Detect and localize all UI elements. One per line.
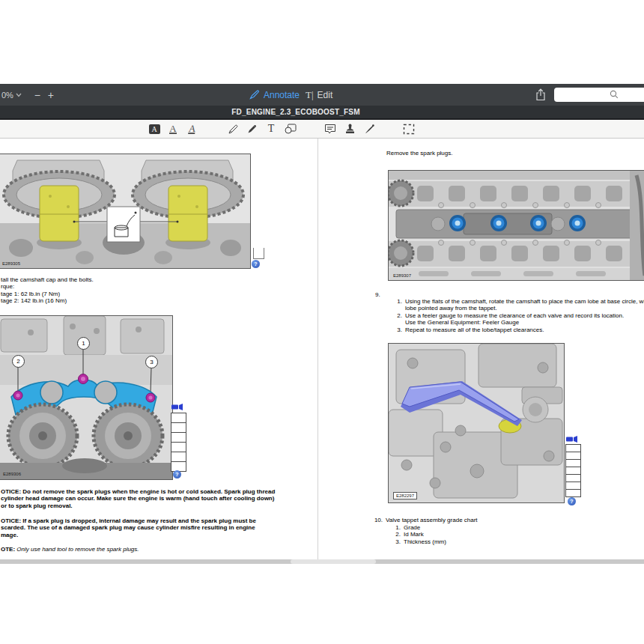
search-field[interactable]	[554, 88, 644, 102]
engine-camshaft-oil-illustration	[0, 154, 250, 268]
figure-camshaft-cap: 1 2 3 E289306	[0, 315, 173, 480]
table-cell	[171, 442, 186, 452]
highlight-tool-button[interactable]: A	[166, 122, 180, 136]
install-line: tage 2: 142 lb.in (16 Nm)	[1, 297, 94, 304]
note-tool-button[interactable]	[323, 122, 337, 136]
figure-label: E289305	[2, 261, 20, 266]
step10-number: 10.	[371, 517, 383, 523]
notice-hot-cold: OTICE: Do not remove the spark plugs whe…	[1, 488, 275, 509]
share-button[interactable]	[535, 88, 546, 104]
draw-tool-button[interactable]	[245, 122, 258, 136]
substep-number	[392, 319, 402, 326]
figure-camshaft-oil: E289305	[0, 154, 251, 269]
item-text: Thickness (mm)	[404, 538, 446, 545]
search-input[interactable]	[557, 88, 605, 103]
item-number: 1.	[391, 524, 401, 531]
notice-line: scarded. The use of a damaged spark plug…	[1, 524, 256, 531]
callout-3: 3	[145, 356, 158, 368]
item-number: 3.	[391, 538, 401, 545]
highlight-text-icon: A	[169, 124, 176, 134]
underline-text-icon: A	[188, 124, 196, 134]
annotation-toolbar: A A A T	[0, 120, 644, 139]
text-edit-icon: T|	[306, 89, 314, 101]
cylinder-head-top-illustration	[389, 171, 644, 280]
help-icon[interactable]: ?	[173, 470, 181, 479]
signature-pen-icon	[364, 124, 375, 135]
annotate-label: Annotate	[264, 90, 300, 100]
text-tool-button[interactable]: T	[264, 122, 278, 136]
underline-tool-button[interactable]: A	[186, 122, 199, 136]
notice-line: mage.	[1, 532, 256, 538]
table-cell	[171, 432, 186, 443]
horizontal-scrollbar-thumb[interactable]	[291, 559, 376, 564]
video-icon	[171, 404, 183, 410]
step10-title: Valve tappet assembly grade chart	[386, 517, 478, 523]
substep-text: Repeat to measure all of the lobe/tappet…	[405, 326, 544, 333]
notice-line: or to spark plug removal.	[1, 502, 275, 509]
selection-tool-button[interactable]	[402, 122, 416, 136]
substep-text: Use a feeler gauge to measure the cleara…	[405, 312, 624, 319]
item-number: 2.	[391, 531, 401, 538]
note-text: Only use hand tool to remove the spark p…	[15, 546, 139, 553]
annotate-tab[interactable]: Annotate	[249, 90, 300, 100]
substep-text: Use the General Equipment: Feeler Gauge	[405, 319, 519, 326]
empty-table-cells	[565, 445, 581, 497]
substep-number: 1.	[392, 298, 402, 305]
document-titlebar: FD_ENGINE_2.3_ECOBOOST_FSM	[0, 106, 644, 118]
step9-substeps: 1.Using the flats of the camshaft, rotat…	[392, 298, 644, 333]
substep-number: 2.	[392, 312, 402, 319]
note-hand-tool: OTE: Only use hand tool to remove the sp…	[1, 546, 139, 553]
redact-tool-button[interactable]: A	[148, 122, 161, 136]
zoom-level-value: 0%	[1, 91, 13, 100]
install-line: tall the camshaft cap and the bolts.	[1, 276, 94, 283]
notice-line: OTICE: If a spark plug is dropped, inter…	[1, 517, 256, 524]
item-text: Grade	[404, 524, 420, 531]
empty-cell-placeholder	[253, 248, 264, 259]
figure-cylinder-head-top: E289307	[388, 170, 644, 281]
step9-number: 9.	[375, 291, 380, 298]
callout-1: 1	[77, 337, 90, 350]
substep-number: 3.	[392, 326, 402, 333]
pen-icon	[249, 90, 260, 100]
substep-text: lobe pointed away from the tappet.	[405, 305, 497, 312]
stamp-tool-button[interactable]	[343, 122, 356, 136]
zoom-out-button[interactable]: −	[31, 89, 44, 101]
table-cell	[171, 413, 186, 423]
edit-tab[interactable]: T| Edit	[306, 89, 332, 101]
pencil-icon	[228, 124, 239, 135]
edit-label: Edit	[318, 90, 333, 100]
table-cell	[171, 422, 186, 433]
sketch-tool-button[interactable]	[226, 122, 240, 136]
substep-text: Using the flats of the camshaft, rotate …	[405, 298, 644, 305]
zoom-in-button[interactable]: +	[44, 89, 58, 101]
notice-line: OTICE: Do not remove the spark plugs whe…	[1, 488, 275, 495]
sign-tool-button[interactable]	[362, 122, 376, 136]
shapes-icon	[285, 124, 297, 134]
main-toolbar: 0% − + Annotate T| Edit	[0, 84, 644, 106]
zoom-level-control[interactable]: 0%	[1, 91, 22, 100]
shapes-tool-button[interactable]	[284, 122, 297, 136]
figure-label: E289307	[393, 273, 411, 278]
install-line: tage 1: 62 lb.in (7 Nm)	[1, 291, 94, 297]
step-remove-plugs-text: Remove the spark plugs.	[386, 150, 453, 157]
help-icon[interactable]: ?	[568, 497, 576, 505]
step10-row: 10.Valve tappet assembly grade chart	[371, 517, 478, 523]
help-icon[interactable]: ?	[252, 260, 260, 268]
dashed-selection-icon	[403, 124, 415, 135]
item-text: Id Mark	[404, 531, 424, 538]
note-icon	[324, 124, 336, 135]
install-line: rque:	[1, 283, 94, 290]
video-icon	[566, 436, 578, 443]
marker-icon	[246, 124, 258, 135]
page-gap-divider	[318, 139, 318, 559]
empty-table-cells	[171, 413, 186, 472]
notice-dropped-plug: OTICE: If a spark plug is dropped, inter…	[1, 517, 256, 538]
table-cell	[171, 452, 186, 462]
substep-number	[392, 305, 402, 312]
document-title: FD_ENGINE_2.3_ECOBOOST_FSM	[231, 108, 359, 116]
callout-2: 2	[12, 355, 25, 368]
step10-items: 1.Grade 2.Id Mark 3.Thickness (mm)	[391, 524, 446, 545]
redact-icon: A	[149, 124, 160, 134]
figure-label: E289306	[3, 472, 21, 476]
search-icon	[610, 90, 619, 99]
